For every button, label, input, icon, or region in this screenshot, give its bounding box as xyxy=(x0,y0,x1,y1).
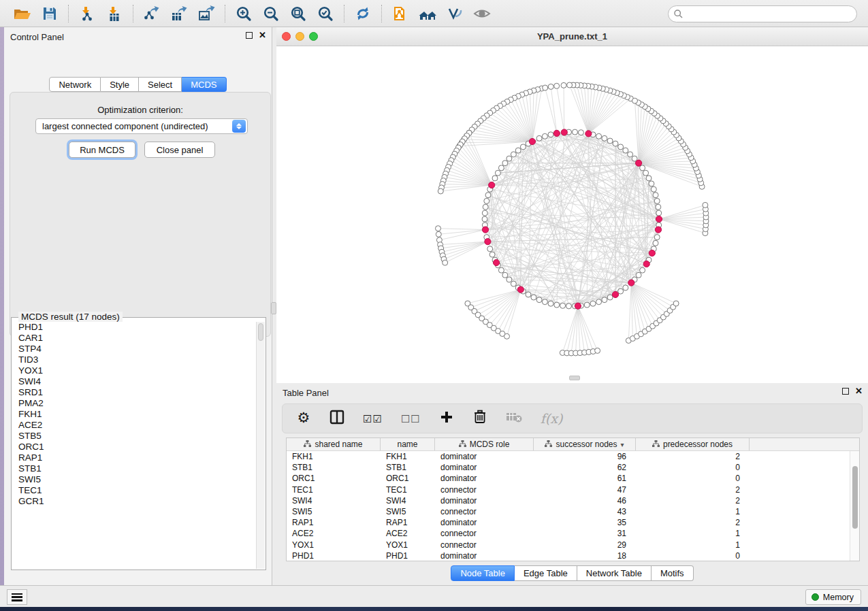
window-close-light[interactable] xyxy=(282,32,291,41)
shared-column-icon xyxy=(459,440,466,449)
home-icon xyxy=(418,5,437,22)
column-header-predecessor-nodes[interactable]: predecessor nodes xyxy=(636,438,750,450)
mcds-node-item[interactable]: TID3 xyxy=(18,354,256,365)
table-row[interactable]: SWI5SWI5connector431 xyxy=(287,506,850,517)
close-panel-icon[interactable]: ✕ xyxy=(259,32,266,39)
table-row[interactable]: TEC1TEC1connector472 xyxy=(287,484,850,495)
table-row[interactable]: STB1STB1dominator620 xyxy=(287,462,850,473)
criterion-value: largest connected component (undirected) xyxy=(36,121,232,131)
mcds-node-item[interactable]: CAR1 xyxy=(18,333,256,344)
cell-successor_nodes: 31 xyxy=(534,529,636,538)
task-history-button[interactable] xyxy=(7,589,27,605)
column-header-successor-nodes[interactable]: successor nodes▾ xyxy=(534,438,636,450)
tab-network-table[interactable]: Network Table xyxy=(577,565,652,581)
home-button[interactable] xyxy=(417,4,438,23)
search-box[interactable] xyxy=(668,5,857,22)
mcds-node-item[interactable]: ORC1 xyxy=(18,442,256,452)
zoom-selected-button[interactable] xyxy=(315,4,336,23)
mcds-node-item[interactable]: STB5 xyxy=(18,431,256,442)
cell-mcds_role: dominator xyxy=(435,496,534,506)
panel-splitter-grip[interactable] xyxy=(271,302,276,314)
import-network-button[interactable] xyxy=(77,4,97,23)
tab-network[interactable]: Network xyxy=(49,77,101,92)
table-row[interactable]: ORC1ORC1dominator610 xyxy=(287,473,850,484)
column-header-MCDS-role[interactable]: MCDS role xyxy=(435,438,534,450)
float-table-panel-icon[interactable] xyxy=(842,388,849,395)
table-row[interactable]: ACE2ACE2connector311 xyxy=(287,528,850,539)
select-all-button[interactable]: ☑☑ xyxy=(363,410,383,427)
mcds-node-item[interactable]: PMA2 xyxy=(18,398,256,409)
mcds-node-item[interactable]: SWI4 xyxy=(18,376,256,387)
tab-select[interactable]: Select xyxy=(139,77,182,92)
clone-network-button[interactable] xyxy=(390,4,411,23)
delete-row-button[interactable] xyxy=(472,410,487,427)
mcds-node-item[interactable]: SWI5 xyxy=(18,474,256,485)
mcds-node-item[interactable]: STP4 xyxy=(18,344,256,354)
graph-leaf-nodes xyxy=(436,82,709,356)
control-panel: Control Panel ✕ NetworkStyleSelectMCDS O… xyxy=(4,27,272,585)
mcds-node-item[interactable]: STB1 xyxy=(18,463,256,474)
column-header-name[interactable]: name xyxy=(381,438,435,450)
mcds-node-item[interactable]: PHD1 xyxy=(18,322,256,333)
criterion-dropdown[interactable]: largest connected component (undirected) xyxy=(35,118,248,134)
cell-shared_name: FKH1 xyxy=(287,452,381,461)
mcds-node-item[interactable]: FKH1 xyxy=(18,409,256,420)
network-graph-canvas[interactable] xyxy=(276,46,868,383)
table-row[interactable]: PHD1PHD1dominator180 xyxy=(287,550,850,561)
run-mcds-button[interactable]: Run MCDS xyxy=(69,142,135,158)
tab-mcds[interactable]: MCDS xyxy=(182,77,226,92)
zoom-fit-button[interactable] xyxy=(288,4,308,23)
export-network-button[interactable] xyxy=(142,4,162,23)
cell-name: FKH1 xyxy=(381,452,435,461)
mcds-node-item[interactable]: GCR1 xyxy=(18,496,256,507)
add-row-button[interactable] xyxy=(439,410,454,427)
zoom-in-button[interactable] xyxy=(234,4,254,23)
tab-node-table[interactable]: Node Table xyxy=(451,565,515,581)
dropdown-stepper-icon[interactable] xyxy=(232,120,246,133)
table-row[interactable]: FKH1FKH1dominator962 xyxy=(287,451,850,462)
cell-name: SWI5 xyxy=(381,507,435,516)
settings-button[interactable]: ⚙ xyxy=(296,410,311,427)
mcds-node-item[interactable]: ACE2 xyxy=(18,420,256,431)
mcds-node-item[interactable]: YOX1 xyxy=(18,365,256,376)
tab-edge-table[interactable]: Edge Table xyxy=(515,565,577,581)
memory-button[interactable]: Memory xyxy=(805,589,861,605)
table-row[interactable]: YOX1YOX1connector291 xyxy=(287,540,850,550)
import-table-button[interactable] xyxy=(104,4,125,23)
node-table-header: shared namenameMCDS rolesuccessor nodes▾… xyxy=(287,438,859,451)
network-window-titlebar[interactable]: YPA_prune.txt_1 xyxy=(276,27,868,46)
export-table-button[interactable] xyxy=(169,4,189,23)
mcds-node-item[interactable]: TEC1 xyxy=(18,485,256,496)
deselect-all-button[interactable]: ☐☐ xyxy=(401,410,421,427)
mcds-result-list[interactable]: PHD1CAR1STP4TID3YOX1SWI4SRD1PMA2FKH1ACE2… xyxy=(12,322,256,569)
table-scrollbar[interactable] xyxy=(850,451,859,561)
mcds-node-item[interactable]: SRD1 xyxy=(18,387,256,398)
table-row[interactable]: RAP1RAP1dominator352 xyxy=(287,517,850,528)
columns-button[interactable] xyxy=(329,410,344,427)
close-table-panel-icon[interactable]: ✕ xyxy=(855,388,863,395)
export-image-button[interactable] xyxy=(196,4,216,23)
float-panel-icon[interactable] xyxy=(246,32,253,39)
cell-mcds_role: connector xyxy=(435,507,534,516)
show-hide-button[interactable] xyxy=(472,4,492,23)
columns-icon xyxy=(329,410,344,428)
network-hscroll-thumb[interactable] xyxy=(569,376,580,380)
close-panel-button[interactable]: Close panel xyxy=(144,142,215,158)
open-folder-button[interactable] xyxy=(12,4,33,23)
search-input[interactable] xyxy=(683,10,856,19)
cell-shared_name: ACE2 xyxy=(287,529,381,538)
refresh-button[interactable] xyxy=(353,4,373,23)
column-header-shared-name[interactable]: shared name xyxy=(287,438,381,450)
control-panel-title: Control Panel xyxy=(10,32,64,42)
style-toggle-button[interactable] xyxy=(445,4,465,23)
save-button[interactable] xyxy=(39,4,60,23)
zoom-out-button[interactable] xyxy=(261,4,281,23)
mcds-result-scrollbar[interactable] xyxy=(256,322,265,569)
tab-style[interactable]: Style xyxy=(101,77,139,92)
window-zoom-light[interactable] xyxy=(309,32,318,41)
mcds-node-item[interactable]: RAP1 xyxy=(18,452,256,463)
table-row[interactable]: SWI4SWI4dominator462 xyxy=(287,495,850,506)
zoom-in-icon xyxy=(236,5,252,22)
tab-motifs[interactable]: Motifs xyxy=(652,565,694,581)
window-minimize-light[interactable] xyxy=(295,32,304,41)
